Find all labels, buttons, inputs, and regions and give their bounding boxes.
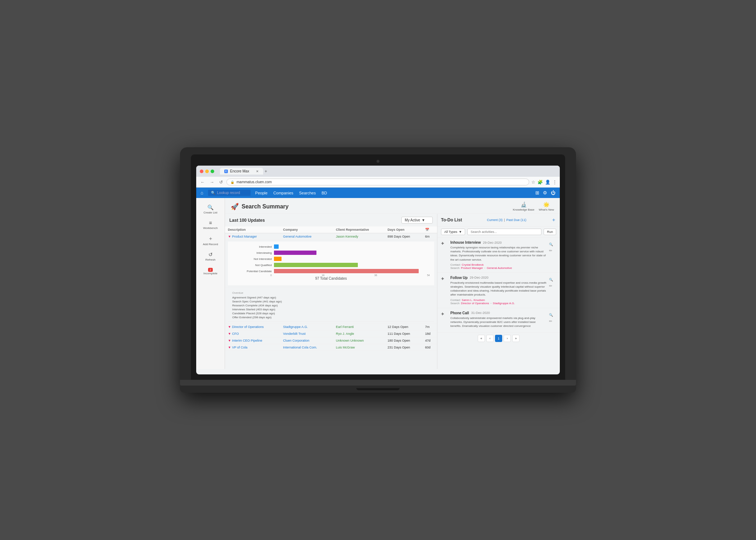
sidebar-item-refresh[interactable]: ↺ Refresh — [196, 249, 225, 264]
edit-icon[interactable]: ✏ — [549, 319, 552, 323]
bar-fill-not-interested — [274, 257, 282, 261]
expand-icon[interactable]: ▼ — [228, 332, 232, 336]
url-bar[interactable]: 🔒 mammatus.cluen.com — [226, 179, 529, 185]
type-dropdown[interactable]: All Types ▼ — [441, 229, 465, 235]
contact-link[interactable]: Søren L. Knudsen — [462, 298, 485, 302]
page-1-button[interactable]: 1 — [495, 335, 502, 342]
edit-icon[interactable]: ✏ — [549, 284, 552, 288]
profile-icon[interactable]: 👤 — [545, 180, 550, 185]
notes-icon[interactable]: 🔍 — [549, 243, 553, 246]
expand-icon[interactable]: ▼ — [228, 346, 232, 349]
activity-type: Inhouse Interview — [450, 240, 481, 244]
extensions-icon[interactable]: 🧩 — [537, 180, 543, 185]
milestone-item: Interviews Started (403 days ago) — [232, 307, 430, 311]
search-company-link[interactable]: Stadtgruppe A.G. — [493, 302, 515, 305]
knowledge-base-button[interactable]: 🔬 Knowledge Base — [513, 202, 535, 211]
back-button[interactable]: ← — [199, 179, 206, 185]
current-count[interactable]: Current (3) — [487, 218, 503, 222]
contact-link[interactable]: Crystal Brodbeck — [462, 263, 484, 266]
chevron-down-icon: ▼ — [422, 218, 425, 222]
prev-page-button[interactable]: ‹ — [486, 335, 494, 342]
rep-link[interactable]: Earl Ferranti — [336, 325, 354, 329]
sidebar-item-incomplete[interactable]: 2 Incomplete — [196, 265, 225, 277]
sidebar-item-workbench[interactable]: ≡ Workbench — [196, 218, 225, 232]
power-icon[interactable]: ⏻ — [551, 190, 555, 195]
next-page-button[interactable]: › — [504, 335, 511, 342]
home-icon[interactable]: ⌂ — [201, 190, 203, 195]
type-value: All Types — [444, 230, 457, 234]
first-page-button[interactable]: « — [478, 335, 485, 342]
laptop-base — [180, 386, 576, 393]
nav-companies[interactable]: Companies — [273, 191, 293, 195]
axis-54: 54 — [427, 274, 430, 276]
nav-searches[interactable]: Searches — [299, 191, 316, 195]
filter-dropdown[interactable]: My Active ▼ — [401, 217, 433, 224]
run-button[interactable]: Run — [544, 229, 556, 235]
nav-bd[interactable]: BD — [321, 191, 327, 195]
activity-description: Collaboratively administrate empowered m… — [450, 316, 547, 328]
nav-people[interactable]: People — [255, 191, 267, 195]
maximize-button[interactable] — [211, 170, 214, 173]
past-due-count[interactable]: Past Due (11) — [506, 218, 526, 222]
reload-button[interactable]: ↺ — [218, 179, 224, 185]
new-tab-button[interactable]: + — [265, 169, 267, 174]
todo-count-area: Current (3) | Past Due (11) — [487, 218, 526, 222]
rep-link[interactable]: Jason Kennedy — [336, 235, 358, 238]
page-title-area: 🚀 Search Summary — [231, 203, 289, 211]
chart-row: Interested Interviewing — [225, 240, 437, 288]
activity-search-input[interactable] — [467, 229, 541, 235]
search-name-link[interactable]: Product Manager — [461, 266, 483, 270]
minimize-button[interactable] — [205, 170, 209, 173]
edit-icon[interactable]: ✏ — [549, 248, 552, 253]
bar-row-potential: Potential Candidate — [236, 269, 426, 273]
rep-link[interactable]: Unknown Unknown — [336, 339, 364, 342]
bar-track — [274, 251, 426, 255]
search-name-link[interactable]: Director of Operations — [461, 302, 489, 305]
search-name-link[interactable]: Product Manager — [232, 235, 257, 238]
notes-icon[interactable]: 🔍 — [549, 313, 553, 317]
menu-icon[interactable]: ⋮ — [553, 180, 557, 185]
search-name-link[interactable]: Director of Operations — [232, 325, 264, 329]
company-link[interactable]: General Automotive — [283, 235, 311, 238]
sidebar-item-create-list[interactable]: 🔍 Create List — [196, 202, 225, 216]
search-name-link[interactable]: CFO — [232, 332, 239, 336]
milestones: Overdue Agreement Signed (447 days ago) … — [228, 289, 434, 322]
expand-icon[interactable]: ▼ — [228, 339, 232, 342]
bar-label-not-qualified: Not Qualified — [236, 264, 272, 267]
page-title-icon: 🚀 — [231, 203, 239, 211]
tab-close-button[interactable]: ✕ — [256, 170, 259, 173]
company-link[interactable]: Stadtgruppe A.G. — [283, 325, 308, 329]
notes-icon[interactable]: 🔍 — [549, 278, 553, 282]
company-link[interactable]: Vonderbilt Trust — [283, 332, 306, 336]
rep-link[interactable]: Luis McGraw — [336, 346, 355, 349]
search-name-link[interactable]: Interim CEO Pipeline — [232, 339, 262, 342]
table-row: ▼ Product Manager General Automotive Jas… — [225, 233, 437, 240]
expand-icon[interactable]: ▼ — [228, 325, 232, 329]
forward-button[interactable]: → — [208, 179, 216, 185]
whats-new-button[interactable]: 🌟 What's New — [539, 202, 554, 211]
whats-new-icon: 🌟 — [543, 202, 549, 207]
settings-icon[interactable]: ⚙ — [543, 190, 547, 195]
close-button[interactable] — [200, 170, 203, 173]
company-link[interactable]: International Cola Com. — [283, 346, 317, 349]
separator: | — [504, 218, 505, 222]
expand-icon[interactable]: ▼ — [228, 235, 232, 238]
search-company-link[interactable]: General Automotive — [487, 266, 512, 270]
sidebar-item-add-record[interactable]: ＋ Add Record — [196, 233, 225, 248]
bar-label-interested: Interested — [236, 245, 272, 248]
rep-link[interactable]: Ryo J. Angle — [336, 332, 354, 336]
pin-icon: ✈ — [441, 241, 448, 270]
lookup-record-input[interactable]: 🔍 Lookup record — [208, 189, 251, 196]
knowledge-base-icon: 🔬 — [521, 202, 527, 207]
grid-icon[interactable]: ⊞ — [535, 190, 539, 195]
search-name-link[interactable]: VP of Cola — [232, 346, 247, 349]
table-row: ▼ Director of Operations Stadtgruppe A.G… — [225, 324, 437, 330]
add-todo-button[interactable]: ＋ — [551, 217, 556, 223]
company-link[interactable]: Cluen Corporation — [283, 339, 309, 342]
bookmark-icon[interactable]: ☆ — [531, 180, 535, 185]
table-row: ▼ Interim CEO Pipeline Cluen Corporation… — [225, 337, 437, 344]
browser-tab[interactable]: E Encore Max ✕ — [220, 168, 263, 175]
col-rep: Client Representative — [333, 226, 384, 233]
main-content: 🔍 Create List ≡ Workbench ＋ Add Record ↺… — [196, 198, 560, 369]
last-page-button[interactable]: » — [512, 335, 519, 342]
